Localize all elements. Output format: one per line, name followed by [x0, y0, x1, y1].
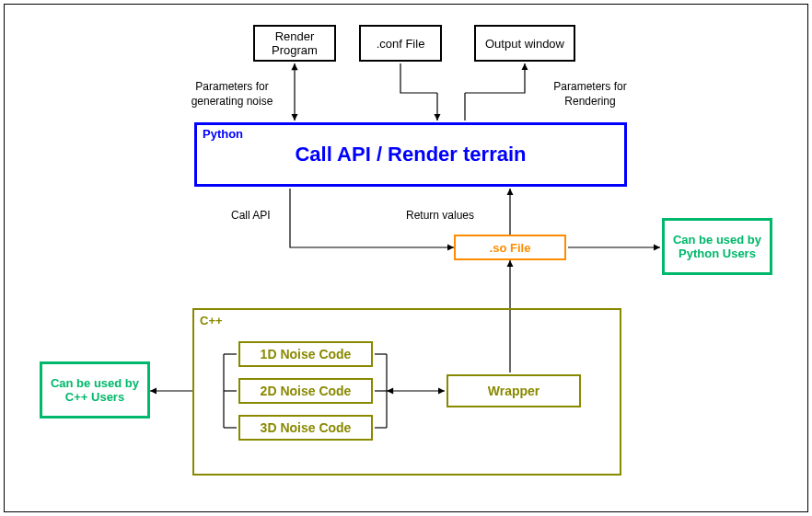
cpp-language-label: C++ — [200, 314, 223, 327]
noise-2d-box: 2D Noise Code — [238, 378, 373, 404]
diagram-frame: Render Program .conf File Output window … — [4, 4, 808, 512]
label-params-noise: Parameters for generating noise — [181, 80, 283, 109]
render-program-box: Render Program — [253, 25, 336, 62]
wrapper-box: Wrapper — [447, 374, 581, 407]
so-file-box: .so File — [454, 235, 566, 260]
conf-file-box: .conf File — [359, 25, 442, 62]
output-window-box: Output window — [474, 25, 575, 62]
python-main-label: Call API / Render terrain — [295, 143, 526, 166]
noise-1d-box: 1D Noise Code — [238, 341, 373, 367]
noise-3d-box: 3D Noise Code — [238, 415, 373, 441]
cpp-users-box: Can be used by C++ Users — [40, 361, 150, 419]
python-users-box: Can be used by Python Users — [662, 218, 772, 275]
label-return-values: Return values — [406, 209, 474, 224]
label-call-api: Call API — [231, 209, 271, 224]
label-params-render: Parameters for Rendering — [544, 80, 636, 109]
python-language-label: Python — [203, 127, 243, 141]
python-box: Python Call API / Render terrain — [194, 122, 627, 187]
